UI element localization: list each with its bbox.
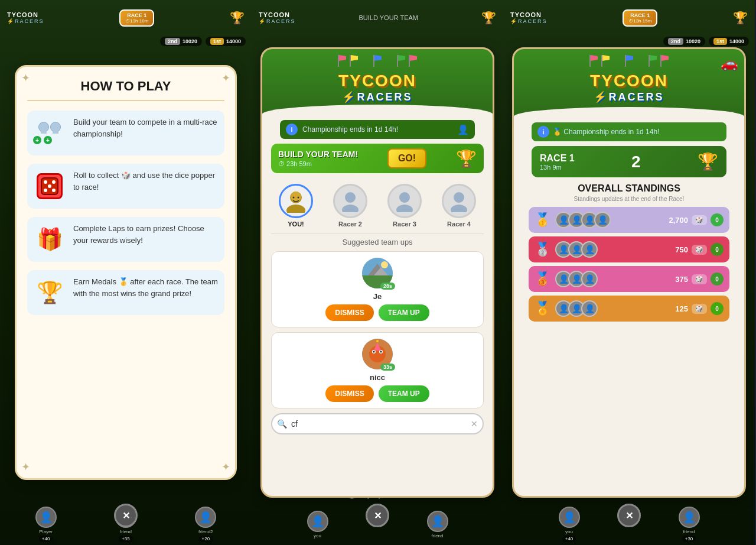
team-row: YOU! Racer 2 Racer 3 [262, 178, 493, 233]
flag-yellow [350, 55, 358, 67]
flag-fabric-3 [374, 55, 382, 61]
score-chip-1st-1: 1st 14000 [206, 37, 246, 46]
close-button-1[interactable]: ✕ [114, 504, 138, 527]
av-name-3: friend2 [198, 529, 213, 534]
section-divider-1 [271, 233, 484, 234]
race-badge-label-1: RACE 1 [127, 12, 146, 18]
tycoon-label-1: TYCOON [7, 11, 38, 18]
person-circle-2 [50, 122, 61, 132]
standing-score-4: 125 [675, 304, 688, 313]
standing-score-area-1: 2,700 🎲 0 [669, 213, 724, 226]
bottom-avatar-s2: 👤 friend +30 [679, 507, 700, 542]
bottom-avatar-s1: 👤 you +40 [559, 507, 580, 542]
svg-point-17 [451, 205, 467, 212]
dismiss-button-je[interactable]: DISMISS [325, 304, 373, 321]
logo-small-1: TYCOON ⚡RACERS [7, 11, 44, 24]
ff-3-1 [591, 55, 598, 61]
standing-avatars-2: 👤 👤 👤 [555, 241, 598, 258]
svg-point-16 [454, 192, 464, 203]
standings-modal: 🚗 TYCOON ⚡RACERS i 🥇 Championship ends i… [512, 47, 746, 498]
build-team-left: BUILD YOUR TEAM! ⏱ 23h 59m [278, 150, 358, 167]
standing-row-2: 🥈 👤 👤 👤 750 🎲 0 [529, 236, 729, 262]
standing-row-3: 🥉 👤 👤 👤 375 🎲 0 [529, 266, 729, 292]
tycoon-racers-logo-3: TYCOON ⚡RACERS [523, 69, 735, 106]
standing-score-3: 375 [675, 275, 688, 284]
pos-badge-2nd-1: 2nd [165, 38, 180, 45]
slot-label-2: Racer 2 [338, 220, 362, 228]
info-bar-2: i Championship ends in 1d 14h! 👤 [280, 120, 475, 139]
standing-av-1d: 👤 [594, 212, 611, 228]
tycoon-label-3: TYCOON [510, 11, 542, 18]
tycoon-racers-logo-2: TYCOON ⚡RACERS [271, 69, 484, 106]
flag-fabric-4 [398, 55, 405, 61]
score-val-1st-1: 14000 [226, 38, 241, 44]
race1-timer: 13h 9m [540, 164, 575, 171]
race1-label: RACE 1 [540, 153, 575, 164]
build-team-label: BUILD YOUR TEAM! [278, 150, 358, 159]
svg-point-10 [293, 197, 295, 199]
standing-avatars-1: 👤 👤 👤 👤 [555, 212, 611, 228]
trophy-race1: 🏆 [698, 152, 718, 171]
corner-br: ✦ [221, 460, 230, 473]
tr-tycoon-2: TYCOON [271, 72, 484, 90]
race-badge-timer-3: ⏱13h 15m [628, 18, 651, 24]
standing-row-1: 🥇 👤 👤 👤 👤 2,700 🎲 0 [529, 207, 729, 233]
standing-avatars-3: 👤 👤 👤 [555, 271, 598, 287]
svg-point-8 [286, 205, 305, 213]
ff-3-5 [662, 55, 669, 61]
rank-trophy-2: 🥈 [535, 242, 550, 257]
fp-3-2 [601, 55, 602, 67]
team-slot-you: YOU! [271, 184, 321, 228]
flag-green [397, 55, 405, 67]
flag-pole-3 [373, 55, 374, 67]
close-button-3[interactable]: ✕ [617, 504, 641, 527]
tr-racers-2: ⚡RACERS [271, 90, 484, 103]
ff-3-3 [626, 55, 633, 61]
close-button-2[interactable]: ✕ [366, 504, 389, 527]
flag-3-2 [601, 55, 610, 67]
search-icon: 🔍 [277, 419, 287, 429]
slot-circle-you [279, 184, 313, 218]
modal-logo-area: TYCOON ⚡RACERS [262, 49, 493, 114]
search-clear-icon[interactable]: ✕ [471, 419, 478, 429]
race1-num: 2 [631, 153, 641, 171]
flag-pink2 [409, 55, 417, 67]
info-avatar-icon: 👤 [457, 124, 469, 135]
teamup-button-je[interactable]: TEAM UP [379, 304, 429, 321]
team-slot-2: Racer 2 [325, 184, 375, 228]
fp-3-1 [589, 55, 591, 67]
trophy-icon-3: 🏆 [733, 11, 748, 25]
search-input[interactable] [271, 413, 484, 434]
go-button[interactable]: GO! [387, 148, 426, 168]
how-to-play-card: ✦ ✦ ✦ ✦ HOW TO PLAY + + Build your team … [15, 65, 237, 480]
suggest-avatar-wrap-je: 28s [362, 258, 393, 288]
add-badge-2: + [44, 136, 52, 144]
av-circle-1: 👤 [35, 507, 57, 528]
av-name-p2: friend [431, 533, 443, 538]
av-name-1: Player [39, 529, 53, 534]
race-badge-1: RACE 1 ⏱13h 10m [119, 9, 154, 27]
dice-count-1: 🎲 [692, 215, 707, 225]
pos-badge-1st-3: 1st [713, 38, 727, 45]
bottom-avatar-3: 👤 friend2 +20 [195, 507, 216, 542]
ff-3-2 [602, 55, 610, 61]
htp-item-prizes: 🎁 Complete Laps to earn prizes! Choose y… [27, 217, 224, 262]
info-icon-3: i [537, 126, 549, 138]
suggest-timer-je: 28s [380, 283, 395, 290]
av-circle-3: 👤 [195, 507, 216, 528]
score-chip-1st-3: 1st 14000 [709, 37, 749, 46]
rank-trophy-3: 🥉 [535, 271, 550, 287]
top-bar-1: TYCOON ⚡RACERS RACE 1 ⏱13h 10m 🏆 [0, 0, 252, 35]
teamup-button-nicc[interactable]: TEAM UP [379, 385, 429, 402]
flag-center [373, 55, 382, 67]
suggest-btns-je: DISMISS TEAM UP [325, 304, 429, 321]
dismiss-button-nicc[interactable]: DISMISS [325, 385, 373, 402]
racers-label-3: ⚡RACERS [510, 18, 548, 24]
trophy-emoji: 🏆 [37, 280, 63, 305]
htp-text-dice: Roll to collect 🎲 and use the dice poppe… [73, 170, 219, 193]
dice-count-2: 🎲 [692, 245, 707, 255]
top-bar-2: TYCOON ⚡RACERS BUILD YOUR TEAM 🏆 [252, 0, 503, 35]
score-chip-2nd-1: 2nd 10020 [160, 37, 202, 46]
panel-build-team: TYCOON ⚡RACERS BUILD YOUR TEAM 🏆 [252, 0, 503, 545]
flag-fabric-5 [410, 55, 417, 61]
